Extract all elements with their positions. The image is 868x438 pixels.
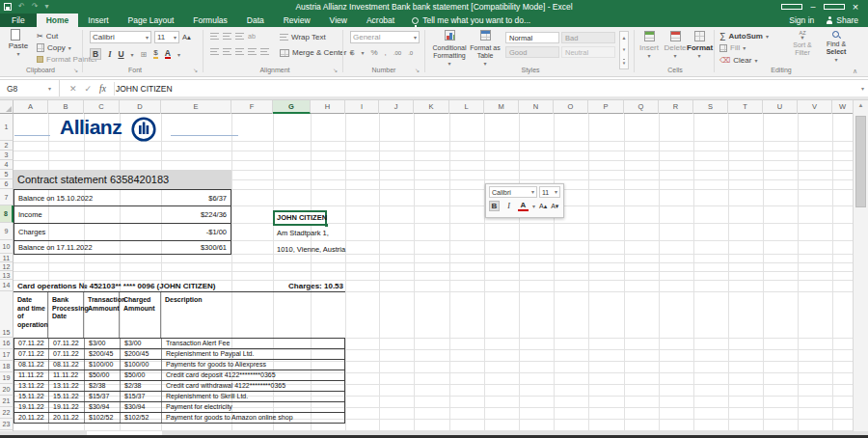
txn-description-cell[interactable]: Credit card withdrawal 4122********0365 <box>162 381 344 391</box>
column-header[interactable]: I <box>345 100 379 114</box>
column-header[interactable]: E <box>161 100 231 114</box>
summary-row[interactable]: Balance on 17.11.2022 $300/61 <box>14 240 231 255</box>
txn-processing-date-cell[interactable]: 08.11.22 <box>49 360 85 370</box>
txn-charged-cell[interactable]: $50/00 <box>121 370 162 380</box>
scrollbar-thumb[interactable] <box>855 116 866 207</box>
ribbon-tab[interactable]: File <box>0 14 37 27</box>
txn-description-cell[interactable]: Payment for goods to Amazon online shop <box>162 413 344 423</box>
mini-font-color-dropdown-icon[interactable]: ▾ <box>532 203 535 209</box>
column-header[interactable]: H <box>311 100 345 114</box>
collapse-ribbon-button[interactable]: ∧ <box>853 68 857 75</box>
column-header[interactable]: V <box>798 100 832 114</box>
orientation-icon[interactable]: ab <box>248 33 256 40</box>
select-all-button[interactable] <box>0 100 14 114</box>
row-header[interactable]: 13 <box>0 271 14 280</box>
sort-filter-button[interactable]: AZ▼ Sort & Filter <box>787 31 818 57</box>
mini-grow-font-button[interactable]: A▴ <box>539 203 547 210</box>
minimize-button[interactable]: – <box>802 0 824 14</box>
txn-date-cell[interactable]: 13.11.22 <box>14 381 49 391</box>
format-as-table-button[interactable]: Format as Table ▾ <box>469 30 502 68</box>
decrease-decimal-icon[interactable]: .0 <box>408 50 413 56</box>
font-name-combo[interactable]: Calibri▾ <box>90 31 151 43</box>
txn-amount-cell[interactable]: $100/00 <box>85 360 121 370</box>
ribbon-tab[interactable]: Formulas <box>183 14 236 27</box>
row-header[interactable]: 22 <box>0 407 14 419</box>
ribbon-tab[interactable]: Review <box>274 14 320 27</box>
italic-button[interactable]: I <box>108 49 111 59</box>
row-header[interactable]: 2 <box>0 141 14 151</box>
ribbon-tab[interactable]: Acrobat <box>357 14 404 27</box>
txn-charged-cell[interactable]: $3/00 <box>121 339 162 348</box>
txn-processing-date-cell[interactable]: 19.11.22 <box>49 402 85 412</box>
txn-charged-cell[interactable]: $15/37 <box>121 392 162 401</box>
underline-button[interactable]: U <box>118 49 123 59</box>
mini-size-combo[interactable]: 11▾ <box>539 186 560 198</box>
number-format-combo[interactable]: General▾ <box>350 31 420 43</box>
transaction-row[interactable]: 20.11.22 20.11.22 $102/52 $102/52 Paymen… <box>14 412 345 424</box>
row-header[interactable]: 8 <box>0 205 14 223</box>
sign-in-link[interactable]: Sign in <box>789 15 814 25</box>
column-header[interactable]: A <box>14 100 48 114</box>
paste-button[interactable]: Paste ▾ <box>4 30 33 57</box>
cancel-icon[interactable]: ✕ <box>69 84 77 94</box>
format-painter-button[interactable]: Format Painter <box>37 55 97 64</box>
mini-font-color-button[interactable]: A <box>518 202 529 211</box>
txn-amount-cell[interactable]: $2/38 <box>85 381 121 391</box>
txn-processing-date-cell[interactable]: 20.11.22 <box>49 413 85 423</box>
txn-date-cell[interactable]: 07.11.22 <box>14 339 49 348</box>
contract-statement-title[interactable]: Contract statement 6358420183 <box>14 170 231 189</box>
recipient-address-line1[interactable]: Am Stadtpark 1, <box>277 229 329 237</box>
fill-button[interactable]: Fill▾ <box>719 43 746 52</box>
transaction-row[interactable]: 07.11.22 07.11.22 $200/45 $200/45 Replen… <box>14 348 345 360</box>
txn-charged-cell[interactable]: $100/00 <box>121 360 162 370</box>
row-header[interactable]: 6 <box>0 179 14 189</box>
column-header[interactable]: J <box>379 100 414 114</box>
row-header[interactable]: 21 <box>0 396 14 407</box>
row-header[interactable]: 14 <box>0 280 14 291</box>
transaction-row[interactable]: 15.11.22 15.11.22 $15/37 $15/37 Replenis… <box>14 391 345 402</box>
decrease-indent-icon[interactable] <box>248 48 257 55</box>
txn-charged-cell[interactable]: $30/94 <box>121 402 162 412</box>
style-bad[interactable]: Bad <box>561 32 615 43</box>
txn-charged-cell[interactable]: $2/38 <box>121 381 162 391</box>
name-box-dropdown-icon[interactable]: ▾ <box>48 80 51 97</box>
comma-style-icon[interactable]: , <box>385 48 387 57</box>
row-header[interactable]: 16 <box>0 338 14 349</box>
txn-description-cell[interactable]: Replenishment to Paypal Ltd. <box>162 349 344 359</box>
ribbon-display-options-button[interactable] <box>781 0 802 14</box>
grow-font-button[interactable]: A▴ <box>182 33 191 41</box>
txn-amount-cell[interactable]: $200/45 <box>85 349 121 359</box>
txn-description-cell[interactable]: Payment for electricity <box>162 402 344 412</box>
enter-icon[interactable]: ✓ <box>85 84 93 94</box>
align-right-icon[interactable] <box>235 48 244 55</box>
column-header[interactable]: M <box>484 100 519 114</box>
mini-font-combo[interactable]: Calibri▾ <box>489 186 537 198</box>
txn-processing-date-cell[interactable]: 07.11.22 <box>49 349 85 359</box>
borders-icon[interactable]: ⊞ <box>141 50 148 59</box>
row-header[interactable]: 23 <box>0 419 14 430</box>
txn-description-cell[interactable]: Replenishment to Skrill Ltd. <box>162 392 344 401</box>
transaction-row[interactable]: 13.11.22 13.11.22 $2/38 $2/38 Credit car… <box>14 380 345 392</box>
row-header[interactable]: 9 <box>0 223 14 240</box>
txn-processing-date-cell[interactable]: 11.11.22 <box>49 370 85 380</box>
mini-shrink-font-button[interactable]: A▾ <box>551 203 558 210</box>
txn-amount-cell[interactable]: $30/94 <box>85 402 121 412</box>
txn-processing-date-cell[interactable]: 15.11.22 <box>49 392 85 401</box>
wrap-text-button[interactable]: Wrap Text <box>280 33 326 41</box>
worksheet[interactable]: ABCDEFGHIJKLMNOPQRSTUVW 1234567891011121… <box>0 100 868 438</box>
row-header[interactable]: 7 <box>0 189 14 205</box>
txn-date-cell[interactable]: 08.11.22 <box>14 360 49 370</box>
clear-button[interactable]: ⌫ Clear▾ <box>719 56 757 65</box>
column-header[interactable]: D <box>120 100 161 114</box>
txn-date-cell[interactable]: 11.11.22 <box>14 370 49 380</box>
ribbon-tab[interactable]: Data <box>237 14 274 27</box>
ribbon-tab[interactable]: View <box>320 14 357 27</box>
delete-cells-button[interactable]: Delete ▾ <box>663 31 688 59</box>
txn-description-cell[interactable]: Transaction Alert Fee <box>162 339 344 348</box>
column-header[interactable]: W <box>832 100 853 114</box>
cut-button[interactable]: ✂Cut <box>37 32 58 41</box>
column-header[interactable]: K <box>414 100 449 114</box>
transaction-row[interactable]: 07.11.22 07.11.22 $3/00 $3/00 Transactio… <box>14 338 345 349</box>
selected-cell-g8[interactable]: JOHN CITIZEN <box>273 210 327 226</box>
row-header[interactable]: 20 <box>0 384 14 396</box>
